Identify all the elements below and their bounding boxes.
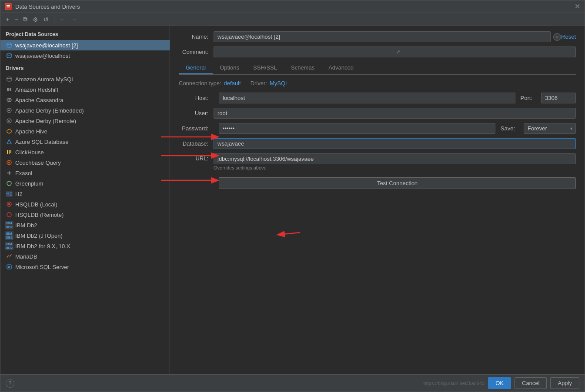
copy-button[interactable]: ⧉ — [21, 15, 29, 24]
datasource-icon-1 — [6, 42, 13, 49]
database-label: Database: — [179, 140, 214, 147]
title-bar: Data Sources and Drivers ✕ — [0, 0, 585, 13]
driver-ibm-db2[interactable]: IBMDB2 IBM Db2 — [0, 220, 170, 230]
driver-clickhouse[interactable]: ClickHouse — [0, 147, 170, 157]
driver-label-0: Amazon Aurora MySQL — [15, 76, 75, 83]
name-input[interactable] — [214, 31, 551, 42]
test-connection-button[interactable]: Test Connection — [219, 177, 576, 189]
svg-rect-29 — [8, 266, 10, 267]
password-input[interactable] — [219, 123, 495, 134]
driver-cassandra[interactable]: Apache Cassandra — [0, 95, 170, 105]
conn-type-value[interactable]: default — [224, 80, 241, 86]
driver-label-17: MariaDB — [15, 253, 37, 260]
remove-button[interactable]: − — [13, 15, 20, 24]
driver-icon-mssql — [6, 263, 13, 270]
url-label: URL: — [179, 153, 214, 162]
left-panel: Project Data Sources wsajavaee@localhost… — [0, 26, 170, 374]
driver-ibm-db2-9x[interactable]: IBMDB2 IBM Db2 for 9.X, 10.X — [0, 241, 170, 251]
driver-mssql[interactable]: Microsoft SQL Server — [0, 262, 170, 272]
driver-amazon-aurora[interactable]: Amazon Aurora MySQL — [0, 74, 170, 84]
driver-hsqldb-remote[interactable]: HSQLDB (Remote) — [0, 209, 170, 220]
tabs-row: General Options SSH/SSL Schemas Advanced — [179, 62, 576, 75]
ok-button[interactable]: OK — [488, 377, 511, 389]
comment-label: Comment: — [179, 49, 214, 55]
driver-value[interactable]: MySQL — [270, 80, 288, 86]
right-panel: Name: ○ Reset Comment: ⤢ General Options… — [170, 26, 585, 374]
cancel-button[interactable]: Cancel — [515, 377, 547, 389]
user-input[interactable] — [214, 108, 576, 119]
driver-label-18: Microsoft SQL Server — [15, 264, 69, 270]
driver-greenplum[interactable]: Greenplum — [0, 178, 170, 189]
driver-label-8: Couchbase Query — [15, 159, 61, 166]
driver-icon-ibm-db2: IBMDB2 — [6, 222, 13, 229]
main-content: Project Data Sources wsajavaee@localhost… — [0, 26, 585, 374]
svg-rect-19 — [10, 150, 11, 153]
datasource-item-1[interactable]: wsajavaee@localhost [2] — [0, 40, 170, 50]
name-circle-btn[interactable]: ○ — [553, 33, 561, 41]
svg-rect-1 — [7, 5, 10, 6]
driver-redshift[interactable]: Amazon Redshift — [0, 84, 170, 95]
add-button[interactable]: + — [4, 15, 11, 24]
conn-type-label: Connection type: — [179, 80, 221, 86]
driver-icon-exasol — [6, 169, 13, 176]
driver-hsqldb-local[interactable]: HSQLDB (Local) — [0, 199, 170, 209]
toolbar: + − ⧉ ⚙ ↺ ← → — [0, 13, 585, 26]
driver-ibm-db2-jtopen[interactable]: IBMDB2 IBM Db2 (JTOpen) — [0, 230, 170, 241]
svg-point-4 — [7, 53, 11, 55]
driver-icon-aurora — [6, 76, 13, 83]
driver-label-10: Greenplum — [15, 180, 43, 187]
tab-schemas[interactable]: Schemas — [284, 62, 321, 74]
tab-general[interactable]: General — [179, 62, 213, 74]
user-row: User: — [179, 108, 576, 119]
save-select-wrap: Forever Until restart Never — [524, 123, 576, 134]
driver-label-5: Apache Hive — [15, 128, 47, 135]
driver-exasol[interactable]: Exasol — [0, 168, 170, 178]
port-label: Port: — [521, 95, 536, 101]
main-window: Data Sources and Drivers ✕ + − ⧉ ⚙ ↺ ← →… — [0, 0, 585, 392]
driver-mariadb[interactable]: MariaDB — [0, 251, 170, 262]
driver-label-2: Apache Cassandra — [15, 97, 64, 103]
port-input[interactable] — [541, 93, 576, 103]
driver-derby-remote[interactable]: Apache Derby (Remote) — [0, 116, 170, 126]
driver-derby-embedded[interactable]: Apache Derby (Embedded) — [0, 105, 170, 116]
url-input-wrap: Overrides settings above — [214, 153, 576, 170]
save-label: Save: — [501, 125, 518, 132]
help-button[interactable]: ? — [6, 379, 14, 388]
datasource-label-1: wsajavaee@localhost [2] — [15, 42, 78, 49]
reset-link[interactable]: Reset — [561, 33, 576, 40]
driver-label-12: HSQLDB (Local) — [15, 201, 57, 208]
tab-options[interactable]: Options — [213, 62, 246, 74]
forward-button[interactable]: → — [69, 15, 79, 24]
back-button[interactable]: ← — [58, 15, 67, 24]
driver-azure[interactable]: Azure SQL Database — [0, 136, 170, 147]
driver-icon-greenplum — [6, 180, 13, 187]
svg-marker-15 — [7, 129, 11, 133]
drivers-section-title: Drivers — [0, 63, 170, 74]
driver-icon-clickhouse — [6, 149, 13, 156]
driver-icon-ibm-db2-jtopen: IBMDB2 — [6, 232, 13, 239]
driver-icon-cassandra — [6, 96, 13, 103]
svg-point-5 — [7, 77, 11, 79]
database-input[interactable] — [214, 138, 576, 149]
apply-button[interactable]: Apply — [550, 377, 579, 389]
driver-icon-hsqldb-local — [6, 201, 13, 208]
close-button[interactable]: ✕ — [575, 3, 580, 10]
comment-input[interactable] — [214, 47, 576, 57]
host-input[interactable] — [219, 93, 515, 103]
driver-icon-h2: H2 — [6, 190, 13, 197]
svg-rect-28 — [7, 265, 11, 269]
tab-advanced[interactable]: Advanced — [321, 62, 361, 74]
save-select[interactable]: Forever Until restart Never — [524, 123, 576, 134]
driver-hive[interactable]: Apache Hive — [0, 126, 170, 136]
datasource-item-2[interactable]: wsajavaee@localhost — [0, 50, 170, 61]
url-input[interactable] — [214, 153, 576, 164]
refresh-button[interactable]: ↺ — [42, 15, 50, 24]
datasource-icon-2 — [6, 52, 13, 59]
driver-h2[interactable]: H2 H2 — [0, 189, 170, 199]
tab-sshssl[interactable]: SSH/SSL — [246, 62, 284, 74]
settings-button[interactable]: ⚙ — [31, 15, 40, 24]
svg-marker-16 — [7, 140, 11, 144]
name-input-wrap: ○ — [214, 31, 561, 42]
svg-point-27 — [7, 213, 11, 217]
driver-couchbase[interactable]: Couchbase Query — [0, 157, 170, 168]
